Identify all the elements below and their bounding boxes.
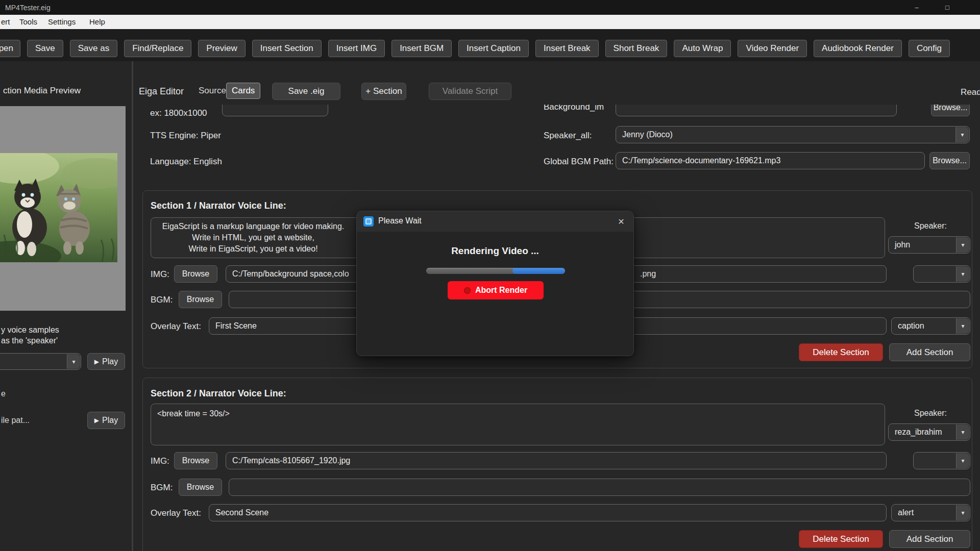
section-1-img-browse-button[interactable]: Browse	[174, 265, 217, 283]
section-1-overlay-style-value: caption	[898, 321, 924, 331]
toolbar-button-preview[interactable]: Preview	[198, 40, 245, 57]
toolbar-button-config[interactable]: Config	[909, 40, 950, 57]
section-2-img-path-input[interactable]	[226, 452, 887, 469]
please-wait-dialog: Please Wait ✕ Rendering Video ... Abort …	[356, 211, 634, 356]
validate-script-button[interactable]: Validate Script	[429, 83, 511, 100]
global-bgm-browse-button[interactable]: Browse...	[929, 152, 970, 169]
section-2-overlay-style-value: alert	[898, 508, 914, 517]
toolbar-button-audiobook-render[interactable]: Audiobook Render	[814, 40, 902, 57]
section-2-delete-button[interactable]: Delete Section	[799, 530, 883, 548]
section-1-speaker-select[interactable]: john ▾	[888, 236, 970, 254]
speaker-all-select[interactable]: Jenny (Dioco) ▾	[616, 126, 970, 143]
chevron-down-icon: ▾	[961, 429, 964, 435]
menu-item-fragment[interactable]: ert	[1, 17, 10, 26]
section-1-img-style-select[interactable]: ▾	[913, 265, 970, 283]
section-2-bgm-label: BGM:	[151, 483, 173, 493]
minimize-button[interactable]: –	[905, 0, 928, 15]
chevron-down-icon: ▾	[961, 510, 964, 516]
preview-photo-kittens	[0, 153, 117, 262]
rendering-message: Rendering Video ...	[357, 245, 633, 257]
title-bar: MP4Tester.eig – □	[0, 0, 980, 15]
menu-item-tools[interactable]: Tools	[19, 17, 37, 26]
tab-cards[interactable]: Cards	[226, 83, 260, 99]
section-2-speaker-label: Speaker:	[914, 409, 947, 418]
section-1-bgm-browse-button[interactable]: Browse	[179, 291, 222, 308]
section-2-bgm-input[interactable]	[229, 479, 970, 496]
global-bgm-input[interactable]	[616, 152, 925, 169]
media-preview-title: ction Media Preview	[3, 86, 81, 96]
section-2-overlay-style-chevron-segment: ▾	[956, 505, 969, 520]
sidebar-text-fragment-filepath: ile pat...	[1, 416, 30, 425]
section-1-img-style-chevron-segment: ▾	[956, 266, 969, 282]
section-2-speaker-chevron-segment: ▾	[956, 424, 969, 440]
section-1-add-button[interactable]: Add Section	[889, 343, 970, 361]
abort-render-button[interactable]: Abort Render	[448, 281, 544, 299]
section-2-bgm-browse-button[interactable]: Browse	[179, 479, 222, 496]
voice-samples-note-line1: y voice samples	[1, 325, 59, 335]
voice-line-2: Write in HTML, you get a website,	[151, 232, 355, 243]
editor-title: Eiga Editor	[139, 86, 184, 97]
menu-item-help[interactable]: Help	[89, 17, 105, 26]
section-2-speaker-select[interactable]: reza_ibrahim ▾	[888, 423, 970, 441]
toolbar-button-insert-caption[interactable]: Insert Caption	[458, 40, 529, 57]
section-1-bgm-label: BGM:	[151, 295, 173, 305]
toolbar-button-save[interactable]: Save	[27, 40, 63, 57]
section-1-speaker-value: john	[895, 240, 910, 249]
section-2-voice-line-text: <break time = 30s/>	[157, 409, 230, 418]
tab-source[interactable]: Source	[193, 83, 231, 99]
play-file-button[interactable]: ▶ Play	[87, 412, 125, 429]
section-1-overlay-style-select[interactable]: caption ▾	[891, 317, 970, 335]
section-card-2: Section 2 / Narrator Voice Line: <break …	[142, 378, 972, 551]
save-eig-button[interactable]: Save .eig	[272, 83, 340, 100]
voice-line-3: Write in EigaScript, you get a video!	[151, 243, 355, 255]
section-1-title: Section 1 / Narrator Voice Line:	[151, 201, 286, 211]
toolbar-button-insert-section[interactable]: Insert Section	[252, 40, 322, 57]
render-progress-bar	[426, 268, 565, 274]
section-1-voice-line-text: EigaScript is a markup language for vide…	[151, 218, 355, 255]
toolbar-button-find-replace[interactable]: Find/Replace	[124, 40, 191, 57]
section-2-title: Section 2 / Narrator Voice Line:	[151, 388, 286, 399]
play-voice-sample-button[interactable]: ▶ Play	[87, 353, 125, 370]
section-2-add-button[interactable]: Add Section	[889, 530, 970, 548]
add-section-header-button[interactable]: + Section	[361, 83, 406, 100]
maximize-button[interactable]: □	[936, 0, 959, 15]
chevron-down-icon: ▾	[961, 458, 964, 464]
please-wait-close-button[interactable]: ✕	[615, 215, 627, 228]
section-2-speaker-value: reza_ibrahim	[895, 428, 942, 437]
menu-item-settings[interactable]: Settings	[48, 17, 76, 26]
media-preview-panel	[0, 106, 126, 311]
voice-line-1: EigaScript is a markup language for vide…	[151, 221, 355, 232]
section-1-delete-button[interactable]: Delete Section	[799, 343, 883, 361]
speaker-all-chevron-segment: ▾	[955, 127, 969, 142]
section-1-speaker-label: Speaker:	[914, 221, 947, 231]
toolbar-button-insert-break[interactable]: Insert Break	[535, 40, 599, 57]
chevron-down-icon: ▾	[72, 359, 75, 365]
toolbar-button-save-as[interactable]: Save as	[70, 40, 117, 57]
voice-sample-select[interactable]: ▾	[0, 353, 81, 370]
toolbar-button-insert-bgm[interactable]: Insert BGM	[391, 40, 452, 57]
menu-bar: ert Tools Settings Help	[0, 15, 980, 29]
please-wait-titlebar: Please Wait ✕	[357, 211, 633, 232]
section-2-voice-line-textarea[interactable]: <break time = 30s/>	[151, 404, 885, 445]
toolbar-button-insert-img[interactable]: Insert IMG	[328, 40, 385, 57]
close-icon: ✕	[618, 217, 624, 227]
render-progress-chunk	[512, 268, 565, 274]
resolution-hint-label: ex: 1800x1000	[150, 108, 207, 118]
minimize-icon: –	[915, 4, 918, 11]
chevron-down-icon: ▾	[961, 323, 964, 329]
toolbar-button-short-break[interactable]: Short Break	[605, 40, 668, 57]
please-wait-title: Please Wait	[378, 216, 422, 226]
toolbar-button-video-render[interactable]: Video Render	[738, 40, 807, 57]
play-file-label: Play	[102, 416, 118, 425]
global-bgm-label: Global BGM Path:	[544, 157, 614, 167]
section-2-img-style-select[interactable]: ▾	[913, 452, 970, 469]
section-2-overlay-style-select[interactable]: alert ▾	[891, 504, 970, 521]
toolbar-button-auto-wrap[interactable]: Auto Wrap	[674, 40, 731, 57]
section-2-overlay-input[interactable]	[209, 504, 887, 521]
section-1-overlay-style-chevron-segment: ▾	[956, 318, 969, 334]
section-2-img-browse-button[interactable]: Browse	[174, 452, 217, 469]
section-2-img-style-chevron-segment: ▾	[956, 453, 969, 468]
section-1-img-path-start: C:/Temp/background space,colo	[232, 269, 349, 279]
toolbar-button-open-fragment[interactable]: pen	[0, 40, 20, 57]
editor-header: Eiga Editor Source Cards Save .eig + Sec…	[133, 61, 980, 105]
